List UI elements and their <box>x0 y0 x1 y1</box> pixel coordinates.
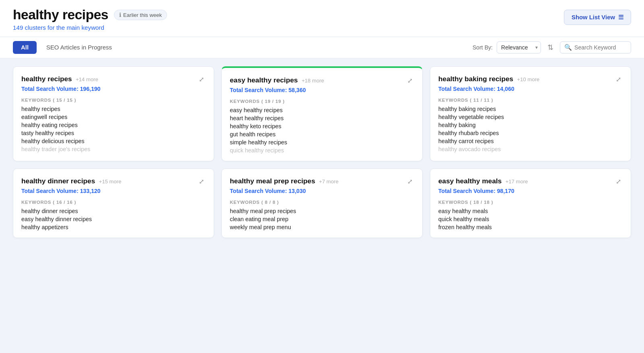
keyword-item: healthy carrot recipes <box>438 138 623 144</box>
card-volume: Total Search Volume: 14,060 <box>438 86 623 92</box>
card-more: +10 more <box>517 76 540 82</box>
keywords-label: KEYWORDS ( 15 / 15 ) <box>21 98 206 103</box>
keyword-item: healthy dinner recipes <box>21 208 206 214</box>
keyword-item: healthy rhubarb recipes <box>438 130 623 136</box>
show-list-button[interactable]: Show List View ☰ <box>564 10 631 25</box>
card-title-wrap: healthy recipes +14 more <box>21 75 98 83</box>
card-title-wrap: healthy meal prep recipes +7 more <box>230 177 339 185</box>
keyword-item: healthy keto recipes <box>230 123 414 129</box>
toolbar-right: Sort By: Relevance ▾ ⇅ 🔍 <box>473 41 631 53</box>
keywords-label: KEYWORDS ( 18 / 18 ) <box>438 200 623 205</box>
keyword-item: healthy baking <box>438 122 623 128</box>
show-list-label: Show List View <box>572 14 615 21</box>
keyword-item: frozen healthy meals <box>438 224 623 230</box>
keyword-list: easy healthy mealsquick healthy mealsfro… <box>438 208 623 230</box>
card-title: easy healthy meals <box>438 177 502 185</box>
tab-all-button[interactable]: All <box>13 41 37 54</box>
keyword-item: quick healthy recipes <box>230 147 414 154</box>
keyword-item: heart healthy recipes <box>230 115 414 121</box>
keyword-item: healthy appetizers <box>21 224 206 230</box>
search-wrap: 🔍 <box>560 41 631 53</box>
header-title-row: healthy recipes ℹ Earlier this week <box>13 7 167 23</box>
card-volume: Total Search Volume: 98,170 <box>438 188 623 194</box>
keyword-item: easy healthy recipes <box>230 107 414 113</box>
keyword-item: eatingwell recipes <box>21 114 206 120</box>
card-header: easy healthy meals +17 more ⤢ <box>438 177 623 186</box>
keyword-item: tasty healthy recipes <box>21 130 206 136</box>
toolbar: All SEO Articles in Progress Sort By: Re… <box>0 37 644 58</box>
card-volume: Total Search Volume: 196,190 <box>21 86 206 92</box>
expand-button[interactable]: ⤢ <box>406 76 414 85</box>
keyword-list: healthy recipeseatingwell recipeshealthy… <box>21 106 206 152</box>
main-keyword-title: healthy recipes <box>13 7 108 23</box>
tab-seo-button[interactable]: SEO Articles in Progress <box>41 41 118 54</box>
card-volume: Total Search Volume: 133,120 <box>21 188 206 194</box>
keyword-item: healthy eating recipes <box>21 122 206 128</box>
expand-button[interactable]: ⤢ <box>406 177 414 186</box>
card-title: healthy recipes <box>21 75 72 83</box>
cluster-count: 149 clusters for the main keyword <box>13 24 167 31</box>
keyword-card-c1: healthy recipes +14 more ⤢ Total Search … <box>13 66 214 161</box>
keywords-label: KEYWORDS ( 8 / 8 ) <box>230 200 414 205</box>
keyword-item: gut health recipes <box>230 131 414 138</box>
keyword-item: healthy baking recipes <box>438 106 623 112</box>
keyword-item: healthy vegetable recipes <box>438 114 623 120</box>
keyword-card-c5: healthy meal prep recipes +7 more ⤢ Tota… <box>221 168 423 238</box>
card-header: healthy dinner recipes +15 more ⤢ <box>21 177 206 186</box>
keyword-item: healthy meal prep recipes <box>230 208 414 214</box>
keyword-list: healthy dinner recipeseasy healthy dinne… <box>21 208 206 230</box>
expand-button[interactable]: ⤢ <box>197 75 206 84</box>
keyword-item: healthy recipes <box>21 106 206 112</box>
keyword-item: quick healthy meals <box>438 216 623 222</box>
search-input[interactable] <box>574 44 627 51</box>
expand-button[interactable]: ⤢ <box>197 177 206 186</box>
card-title-wrap: easy healthy recipes +18 more <box>230 76 324 84</box>
keywords-label: KEYWORDS ( 16 / 16 ) <box>21 200 206 205</box>
card-title-wrap: easy healthy meals +17 more <box>438 177 528 185</box>
keyword-card-c6: easy healthy meals +17 more ⤢ Total Sear… <box>430 168 631 238</box>
card-volume: Total Search Volume: 58,360 <box>230 87 414 93</box>
card-title: healthy baking recipes <box>438 75 513 83</box>
filter-icon-button[interactable]: ⇅ <box>545 42 556 53</box>
card-header: healthy recipes +14 more ⤢ <box>21 75 206 84</box>
card-title: healthy meal prep recipes <box>230 177 315 185</box>
filter-icon: ⇅ <box>547 43 553 51</box>
card-more: +7 more <box>319 179 339 185</box>
sort-select[interactable]: Relevance <box>497 41 541 53</box>
sort-select-wrap: Relevance ▾ <box>497 41 541 53</box>
keyword-item: easy healthy dinner recipes <box>21 216 206 222</box>
time-badge: ℹ Earlier this week <box>114 10 167 20</box>
search-icon: 🔍 <box>564 44 572 51</box>
keywords-label: KEYWORDS ( 19 / 19 ) <box>230 99 414 104</box>
keyword-item: easy healthy meals <box>438 208 623 214</box>
card-header: healthy baking recipes +10 more ⤢ <box>438 75 623 84</box>
card-volume: Total Search Volume: 13,030 <box>230 188 414 194</box>
keyword-list: easy healthy recipesheart healthy recipe… <box>230 107 414 154</box>
keywords-label: KEYWORDS ( 11 / 11 ) <box>438 98 623 103</box>
card-title-wrap: healthy baking recipes +10 more <box>438 75 539 83</box>
keyword-item: healthy avocado recipes <box>438 146 623 152</box>
card-title: healthy dinner recipes <box>21 177 95 185</box>
keyword-item: clean eating meal prep <box>230 216 414 222</box>
keyword-card-c2: easy healthy recipes +18 more ⤢ Total Se… <box>221 66 423 161</box>
time-badge-label: Earlier this week <box>123 12 162 18</box>
page-header: healthy recipes ℹ Earlier this week 149 … <box>0 0 644 37</box>
card-header: healthy meal prep recipes +7 more ⤢ <box>230 177 414 186</box>
keyword-item: healthy trader joe's recipes <box>21 146 206 152</box>
card-more: +18 more <box>301 78 324 84</box>
info-icon: ℹ <box>119 12 121 18</box>
card-title-wrap: healthy dinner recipes +15 more <box>21 177 121 185</box>
expand-button[interactable]: ⤢ <box>614 75 623 84</box>
keyword-card-c3: healthy baking recipes +10 more ⤢ Total … <box>430 66 631 161</box>
list-icon: ☰ <box>618 14 623 21</box>
card-title: easy healthy recipes <box>230 76 298 84</box>
keyword-list: healthy meal prep recipesclean eating me… <box>230 208 414 230</box>
card-more: +14 more <box>76 76 98 82</box>
keyword-item: simple healthy recipes <box>230 139 414 146</box>
expand-button[interactable]: ⤢ <box>614 177 623 186</box>
header-left: healthy recipes ℹ Earlier this week 149 … <box>13 7 167 31</box>
card-more: +17 more <box>506 179 528 185</box>
keyword-list: healthy baking recipeshealthy vegetable … <box>438 106 623 152</box>
sort-by-label: Sort By: <box>473 44 493 51</box>
card-header: easy healthy recipes +18 more ⤢ <box>230 76 414 85</box>
